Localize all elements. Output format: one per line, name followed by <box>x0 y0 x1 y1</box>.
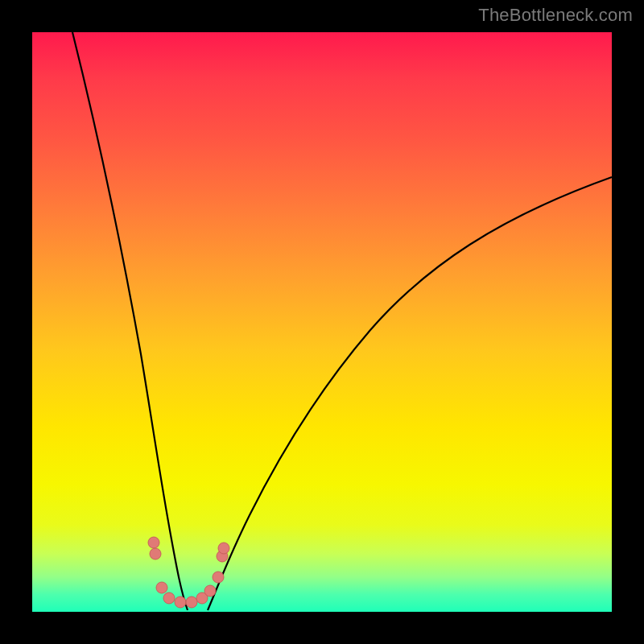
data-point <box>218 543 229 554</box>
data-point <box>148 537 159 548</box>
chart-frame: TheBottleneck.com <box>0 0 644 644</box>
right-branch-curve <box>208 177 612 610</box>
data-point <box>175 597 186 608</box>
data-point <box>186 597 197 608</box>
data-point <box>150 548 161 559</box>
plot-area <box>32 32 612 612</box>
left-branch-curve <box>72 32 188 610</box>
curve-layer <box>32 32 612 612</box>
data-point <box>213 572 224 583</box>
watermark-label: TheBottleneck.com <box>478 5 633 26</box>
data-point <box>204 585 216 597</box>
data-points <box>148 537 229 608</box>
data-point <box>163 592 175 604</box>
data-point <box>156 582 167 593</box>
